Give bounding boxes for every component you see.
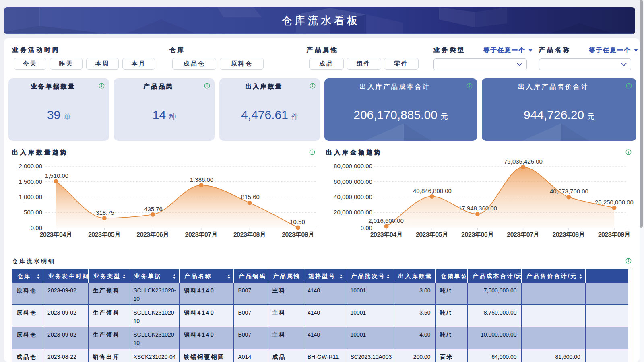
svg-text:500.00: 500.00: [24, 209, 42, 216]
svg-text:20,000,000.00: 20,000,000.00: [334, 209, 372, 216]
svg-text:318.75: 318.75: [96, 209, 114, 216]
svg-text:1,386.00: 1,386.00: [190, 176, 213, 183]
svg-text:2,016,600.00: 2,016,600.00: [368, 217, 404, 224]
svg-text:0.00: 0.00: [361, 224, 372, 231]
svg-text:2023年06月: 2023年06月: [461, 231, 493, 238]
svg-text:2,000.00: 2,000.00: [19, 162, 42, 169]
svg-text:1,510.00: 1,510.00: [45, 172, 68, 179]
svg-text:2023年09月: 2023年09月: [598, 231, 630, 238]
svg-text:2023年04月: 2023年04月: [370, 231, 402, 238]
svg-text:2023年05月: 2023年05月: [88, 231, 120, 238]
svg-text:79,035,425.00: 79,035,425.00: [504, 158, 543, 165]
svg-text:2023年08月: 2023年08月: [233, 231, 266, 238]
svg-text:815.60: 815.60: [241, 193, 260, 200]
svg-text:40,846,800.00: 40,846,800.00: [413, 187, 452, 194]
svg-text:0.00: 0.00: [31, 224, 42, 231]
svg-text:1,000.00: 1,000.00: [19, 193, 42, 200]
svg-text:2023年07月: 2023年07月: [185, 231, 217, 238]
svg-text:2023年09月: 2023年09月: [282, 231, 314, 238]
svg-text:435.76: 435.76: [144, 206, 163, 212]
svg-text:1,500.00: 1,500.00: [19, 178, 42, 185]
svg-text:2023年08月: 2023年08月: [553, 231, 585, 238]
svg-text:2023年06月: 2023年06月: [137, 231, 169, 238]
svg-text:60,000,000.00: 60,000,000.00: [334, 178, 372, 185]
svg-text:2023年05月: 2023年05月: [416, 231, 448, 238]
svg-text:26,250,000.00: 26,250,000.00: [595, 199, 634, 206]
svg-text:2023年04月: 2023年04月: [40, 231, 72, 238]
svg-text:17,948,360.00: 17,948,360.00: [458, 205, 497, 212]
svg-text:40,073,700.00: 40,073,700.00: [550, 188, 588, 195]
svg-text:40,000,000.00: 40,000,000.00: [334, 193, 372, 200]
svg-text:10.50: 10.50: [290, 218, 305, 225]
svg-text:80,000,000.00: 80,000,000.00: [334, 162, 372, 169]
svg-text:2023年07月: 2023年07月: [507, 231, 539, 238]
